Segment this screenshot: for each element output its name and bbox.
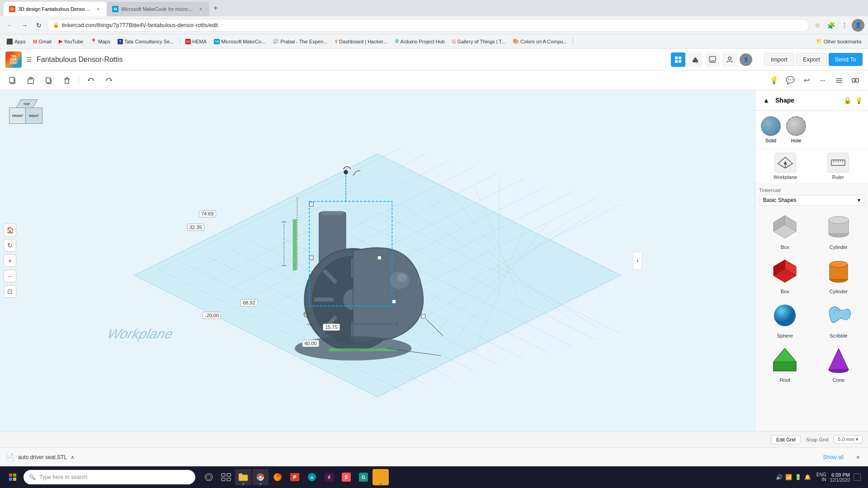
tab-close-active[interactable]: ×: [95, 6, 101, 12]
align-button[interactable]: [832, 73, 846, 88]
file-icon: 📄: [5, 453, 14, 461]
download-close-button[interactable]: ×: [854, 453, 863, 462]
shape-scribble[interactable]: Scribble: [815, 300, 863, 338]
taskbar-tinkercad[interactable]: [373, 469, 389, 485]
volume-icon[interactable]: 🔊: [776, 474, 783, 480]
svg-rect-80: [392, 300, 396, 304]
build-button[interactable]: [688, 52, 703, 67]
zoom-out-button[interactable]: −: [4, 270, 16, 282]
show-desktop-button[interactable]: [854, 474, 861, 481]
send-to-button[interactable]: Send To: [829, 53, 863, 66]
settings-button[interactable]: ⋮: [838, 19, 851, 32]
shape-cylinder-orange[interactable]: Cylinder: [815, 255, 863, 294]
bookmark-hema[interactable]: H HEMA: [183, 38, 209, 45]
light-shape-button[interactable]: 💡: [855, 97, 863, 104]
cube-top-face[interactable]: TOP: [15, 99, 38, 108]
gallery-button[interactable]: [705, 52, 720, 67]
show-all-button[interactable]: Show all: [817, 452, 849, 462]
taskbar-search[interactable]: 🔍 Type here to search: [24, 470, 195, 484]
bookmark-tata[interactable]: T Tata Consultancy Se...: [115, 38, 177, 45]
redo-button[interactable]: [102, 73, 116, 88]
bookmark-makecode[interactable]: M Microsoft MakeCo...: [211, 38, 268, 45]
taskbar-sublime[interactable]: S: [338, 469, 354, 485]
solid-label: Solid: [765, 138, 776, 143]
grid-view-button[interactable]: [671, 52, 685, 67]
copy-button[interactable]: [5, 73, 20, 88]
view-cube[interactable]: TOP FRONT RIGHT: [9, 99, 41, 131]
lock-shape-button[interactable]: 🔒: [844, 97, 851, 104]
solid-button[interactable]: Solid: [761, 116, 781, 143]
zoom-in-button[interactable]: +: [4, 254, 16, 267]
taskbar-taskview[interactable]: [218, 469, 234, 485]
taskbar-cortana[interactable]: [201, 469, 217, 485]
notification-icon[interactable]: 🔔: [804, 474, 811, 480]
tab-active[interactable]: 🎨 3D design Fantabulous Densor-R... ×: [4, 2, 107, 16]
orbit-button[interactable]: ↻: [4, 239, 16, 252]
duplicate-button[interactable]: [42, 73, 56, 88]
rotate-button[interactable]: ↩: [799, 73, 814, 88]
user-avatar[interactable]: 👤: [852, 19, 864, 32]
bookmark-maps[interactable]: 📍 Maps: [88, 38, 113, 45]
taskbar-firefox[interactable]: [269, 469, 286, 485]
viewport[interactable]: Workplane: [0, 90, 755, 431]
workplane-button[interactable]: Workplane: [761, 153, 810, 180]
bookmark-colors[interactable]: 🎨 Colors on A Compu...: [510, 38, 570, 45]
network-icon[interactable]: 📶: [785, 474, 792, 480]
basic-shapes-dropdown[interactable]: Basic Shapes ▾: [759, 195, 864, 206]
cube-right-face[interactable]: RIGHT: [25, 108, 42, 124]
delete-button[interactable]: [60, 73, 74, 88]
taskbar-gitkraken[interactable]: G: [355, 469, 372, 485]
shape-cylinder-gray[interactable]: Cylinder: [815, 211, 863, 250]
taskbar-slack[interactable]: #: [321, 469, 337, 485]
forward-button[interactable]: →: [18, 19, 31, 32]
back-button[interactable]: ←: [4, 19, 16, 32]
account-button[interactable]: [722, 52, 737, 67]
undo-button[interactable]: [84, 73, 98, 88]
panel-toggle-button[interactable]: ›: [633, 252, 642, 270]
taskbar-file-explorer[interactable]: [235, 469, 251, 485]
home-button[interactable]: 🏠: [4, 224, 16, 236]
mirror-button[interactable]: ↔: [816, 73, 830, 88]
taskbar-arduino[interactable]: A: [304, 469, 320, 485]
tinkercad-logo[interactable]: TINKERCAD: [5, 52, 22, 68]
bookmark-gallery[interactable]: G Gallery of Things | T...: [449, 38, 508, 45]
cube-front-face[interactable]: FRONT: [9, 108, 26, 124]
taskbar-powerpoint[interactable]: P: [287, 469, 303, 485]
shape-box-gray[interactable]: Box: [761, 211, 809, 250]
shape-cone[interactable]: Cone: [815, 344, 863, 383]
bookmark-prabal[interactable]: 📰 Prabal - The Experi...: [270, 38, 330, 45]
shape-roof[interactable]: Roof: [761, 344, 809, 383]
start-button[interactable]: [4, 468, 22, 486]
tab-close-inactive[interactable]: ×: [198, 6, 204, 12]
bookmark-arduino[interactable]: ⚙ Arduino Project Hub: [392, 38, 448, 45]
other-bookmarks[interactable]: 📁 Other bookmarks: [813, 38, 864, 45]
shape-box-red[interactable]: Box: [761, 255, 809, 294]
reload-button[interactable]: ↻: [33, 19, 45, 32]
address-bar[interactable]: 🔒 tinkercad.com/things/7p7T7Blde4V-fanta…: [47, 19, 809, 32]
user-profile-avatar[interactable]: 👤: [740, 53, 752, 66]
new-tab-button[interactable]: +: [209, 2, 222, 14]
edit-grid-button[interactable]: Edit Grid: [771, 435, 801, 444]
fit-button[interactable]: ⊡: [4, 285, 16, 298]
hole-button[interactable]: Hole: [786, 116, 806, 143]
annotation-button[interactable]: 💬: [783, 73, 797, 88]
paste-button[interactable]: [24, 73, 38, 88]
group-button[interactable]: [848, 73, 863, 88]
download-chevron[interactable]: ∧: [71, 454, 75, 460]
bookmark-gmail[interactable]: M Gmail: [30, 38, 54, 45]
bookmark-dashboard[interactable]: Y Dashboard | Hacker...: [332, 38, 390, 45]
snap-grid-value[interactable]: 5.0 mm ▾: [834, 435, 863, 444]
import-button[interactable]: Import: [764, 53, 794, 66]
bookmark-button[interactable]: ☆: [811, 19, 824, 32]
tab-inactive[interactable]: M Microsoft MakeCode for micro:... ×: [107, 2, 209, 16]
battery-icon[interactable]: 🔋: [795, 474, 802, 480]
extensions-button[interactable]: 🧩: [825, 19, 837, 32]
bookmark-youtube[interactable]: ▶ YouTube: [56, 38, 86, 45]
shape-sphere-blue[interactable]: Sphere: [761, 300, 809, 338]
light-button[interactable]: 💡: [767, 73, 781, 88]
taskbar-chrome[interactable]: [252, 469, 269, 485]
export-button[interactable]: Export: [796, 53, 827, 66]
ruler-button[interactable]: Ruler: [814, 153, 863, 180]
bookmark-apps[interactable]: ⬛ Apps: [4, 38, 28, 46]
panel-up-button[interactable]: ▲: [761, 95, 772, 106]
